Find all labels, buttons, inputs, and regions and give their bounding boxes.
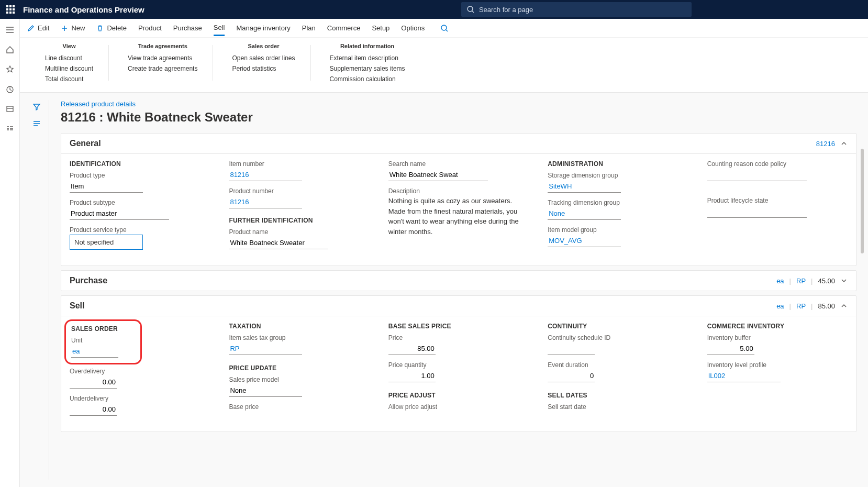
hamburger-icon[interactable] bbox=[5, 25, 15, 35]
label-counting-reason: Counting reason code policy bbox=[707, 160, 848, 168]
input-item-model[interactable] bbox=[548, 235, 621, 247]
tab-setup[interactable]: Setup bbox=[372, 24, 390, 32]
scrollbar[interactable] bbox=[861, 149, 864, 253]
home-icon[interactable] bbox=[5, 45, 15, 54]
input-overdelivery[interactable] bbox=[70, 376, 117, 389]
input-inventory-buffer[interactable] bbox=[707, 342, 754, 355]
input-item-tax[interactable] bbox=[229, 342, 302, 355]
workspace-icon[interactable] bbox=[5, 105, 15, 114]
section-title-purchase: Purchase bbox=[70, 276, 776, 285]
card-purchase: Purchase ea | RP | 45.00 bbox=[61, 270, 856, 291]
input-service-type[interactable]: Not specified bbox=[70, 235, 143, 250]
label-lifecycle: Product lifecycle state bbox=[707, 197, 848, 204]
svg-rect-3 bbox=[7, 106, 13, 112]
input-storage-dim[interactable] bbox=[548, 180, 621, 193]
header-item-number: 81216 bbox=[816, 140, 835, 148]
delete-label: Delete bbox=[107, 24, 127, 32]
link-view-trade[interactable]: View trade agreements bbox=[128, 54, 197, 62]
star-icon[interactable] bbox=[5, 65, 15, 74]
tab-manage-inventory[interactable]: Manage inventory bbox=[236, 24, 290, 32]
input-product-name[interactable] bbox=[229, 237, 328, 249]
filter-icon[interactable] bbox=[32, 102, 41, 112]
label-storage-dim: Storage dimension group bbox=[548, 172, 688, 179]
input-price[interactable] bbox=[388, 342, 436, 355]
label-product-name: Product name bbox=[229, 228, 369, 236]
input-product-number[interactable] bbox=[229, 196, 302, 208]
label-search-name: Search name bbox=[388, 160, 529, 168]
action-bar: Edit New Delete Product Purchase Sell Ma… bbox=[20, 19, 868, 38]
search-icon[interactable] bbox=[440, 24, 449, 32]
label-product-subtype: Product subtype bbox=[70, 199, 210, 206]
section-title-general: General bbox=[70, 139, 816, 148]
link-commission[interactable]: Commission calculation bbox=[330, 75, 405, 83]
link-line-discount[interactable]: Line discount bbox=[45, 54, 93, 62]
link-supplementary[interactable]: Supplementary sales items bbox=[330, 65, 405, 72]
global-search bbox=[461, 2, 692, 17]
sell-hdr-price: 85.00 bbox=[818, 302, 835, 310]
input-item-number[interactable] bbox=[229, 169, 302, 181]
input-unit[interactable] bbox=[71, 345, 118, 358]
page-side-tools bbox=[24, 100, 49, 480]
input-product-subtype[interactable] bbox=[70, 207, 169, 220]
input-underdelivery[interactable] bbox=[70, 403, 117, 416]
sub-head-trade: Trade agreements bbox=[128, 43, 197, 49]
input-counting-reason[interactable] bbox=[707, 169, 807, 181]
input-tracking-dim[interactable] bbox=[548, 207, 621, 220]
tab-sell[interactable]: Sell bbox=[214, 24, 225, 36]
delete-button[interactable]: Delete bbox=[96, 24, 127, 32]
link-total-discount[interactable]: Total discount bbox=[45, 75, 93, 83]
label-sales-price-model: Sales price model bbox=[229, 376, 369, 383]
input-event-duration[interactable] bbox=[548, 370, 595, 382]
label-service-type: Product service type bbox=[70, 226, 210, 234]
new-label: New bbox=[71, 24, 85, 32]
label-price-qty: Price quantity bbox=[388, 361, 529, 369]
modules-icon[interactable] bbox=[5, 125, 15, 134]
related-info-icon[interactable] bbox=[32, 119, 41, 128]
svg-point-4 bbox=[441, 25, 447, 30]
link-multiline-discount[interactable]: Multiline discount bbox=[45, 65, 93, 72]
page-body: Released product details 81216 : White B… bbox=[20, 93, 868, 487]
sub-head-view: View bbox=[45, 43, 93, 49]
label-base-price: Base price bbox=[229, 403, 369, 411]
input-lifecycle[interactable] bbox=[707, 205, 807, 218]
input-inventory-level[interactable] bbox=[707, 370, 781, 382]
card-header-purchase[interactable]: Purchase ea | RP | 45.00 bbox=[61, 271, 856, 291]
link-period-stats[interactable]: Period statistics bbox=[232, 65, 295, 72]
tab-purchase[interactable]: Purchase bbox=[173, 24, 202, 32]
edit-label: Edit bbox=[38, 24, 49, 32]
chevron-up-icon bbox=[840, 140, 848, 147]
tab-options[interactable]: Options bbox=[401, 24, 425, 32]
new-button[interactable]: New bbox=[61, 24, 85, 32]
link-external-item[interactable]: External item description bbox=[330, 54, 405, 62]
input-sales-price-model[interactable] bbox=[229, 384, 302, 397]
link-open-sales-lines[interactable]: Open sales order lines bbox=[232, 54, 295, 62]
input-search-name[interactable] bbox=[388, 169, 488, 181]
svg-line-1 bbox=[472, 11, 474, 13]
purchase-price: 45.00 bbox=[818, 277, 835, 285]
sub-head-sales-order: Sales order bbox=[232, 43, 295, 49]
input-price-qty[interactable] bbox=[388, 370, 436, 382]
label-product-type: Product type bbox=[70, 172, 210, 179]
label-item-tax: Item sales tax group bbox=[229, 334, 369, 341]
waffle-icon[interactable] bbox=[6, 5, 15, 14]
input-product-type[interactable] bbox=[70, 180, 143, 193]
card-header-general[interactable]: General 81216 bbox=[61, 134, 856, 153]
tab-commerce[interactable]: Commerce bbox=[327, 24, 361, 32]
input-schedule-id[interactable] bbox=[548, 342, 595, 355]
tab-product[interactable]: Product bbox=[138, 24, 162, 32]
sec-identification: IDENTIFICATION bbox=[70, 160, 210, 168]
trash-icon bbox=[96, 25, 104, 32]
page-title: 81216 : White Boatneck Sweater bbox=[61, 110, 856, 125]
sec-commerce-inventory: COMMERCE INVENTORY bbox=[707, 323, 848, 330]
card-header-sell[interactable]: Sell ea | RP | 85.00 bbox=[61, 296, 856, 316]
clock-icon[interactable] bbox=[5, 85, 15, 94]
sec-price-update: PRICE UPDATE bbox=[229, 364, 369, 372]
search-input[interactable] bbox=[461, 2, 692, 17]
sub-head-related: Related information bbox=[330, 43, 405, 49]
tab-plan[interactable]: Plan bbox=[302, 24, 316, 32]
link-create-trade[interactable]: Create trade agreements bbox=[128, 65, 197, 72]
label-item-number: Item number bbox=[229, 160, 369, 168]
section-title-sell: Sell bbox=[70, 301, 776, 311]
breadcrumb[interactable]: Released product details bbox=[61, 100, 856, 108]
edit-button[interactable]: Edit bbox=[27, 24, 49, 32]
